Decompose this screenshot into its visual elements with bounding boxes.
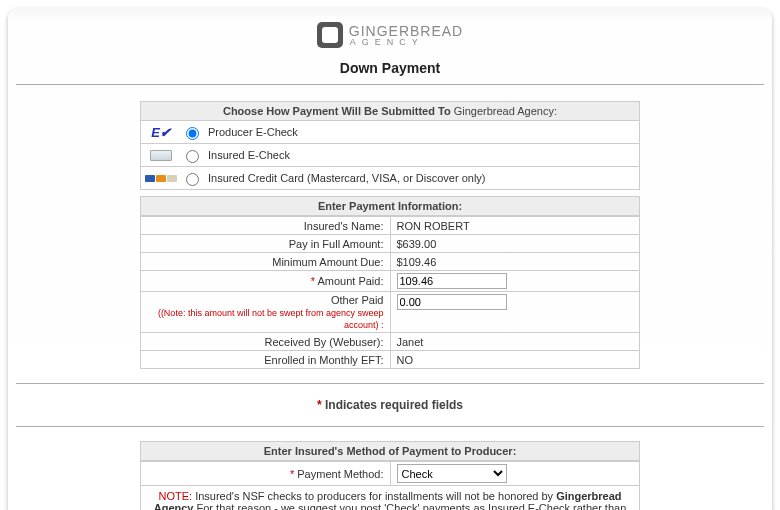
label-insured-cc[interactable]: Insured Credit Card (Mastercard, VISA, o…	[208, 172, 486, 184]
min-due-label: Minimum Amount Due:	[141, 253, 391, 271]
label-insured-echeck[interactable]: Insured E-Check	[208, 149, 290, 161]
amount-paid-label: * Amount Paid:	[141, 271, 391, 292]
option-producer-echeck[interactable]: E✔ Producer E-Check	[140, 121, 640, 144]
method-table: * Payment Method: Check	[140, 461, 640, 486]
pay-full-label: Pay in Full Amount:	[141, 235, 391, 253]
brand-subtitle: AGENCY	[350, 38, 463, 47]
divider	[16, 426, 764, 427]
page-title: Down Payment	[16, 56, 764, 85]
option-insured-cc[interactable]: Insured Credit Card (Mastercard, VISA, o…	[140, 167, 640, 190]
method-heading: Enter Insured's Method of Payment to Pro…	[140, 441, 640, 461]
brand-header: GINGERBREAD AGENCY	[16, 22, 764, 50]
payment-method-label: * Payment Method:	[141, 462, 391, 486]
insured-name-value: RON ROBERT	[390, 217, 640, 235]
min-due-value: $109.46	[390, 253, 640, 271]
check-image-icon	[150, 150, 172, 161]
payment-method-select[interactable]: Check	[397, 464, 507, 483]
received-by-label: Received By (Webuser):	[141, 333, 391, 351]
brand-name: GINGERBREAD	[349, 24, 463, 38]
received-by-value: Janet	[390, 333, 640, 351]
submit-method-heading: Choose How Payment Will Be Submitted To …	[140, 101, 640, 121]
divider	[16, 383, 764, 384]
brand-logo-icon	[317, 22, 343, 48]
pay-full-value: $639.00	[390, 235, 640, 253]
other-paid-label: Other Paid ((Note: this amount will not …	[141, 292, 391, 333]
payment-info-section: Enter Payment Information: Insured's Nam…	[140, 196, 640, 369]
echeck-accepted-icon: E✔	[151, 125, 171, 140]
payment-info-table: Insured's Name: RON ROBERT Pay in Full A…	[140, 216, 640, 369]
radio-producer-echeck[interactable]	[186, 127, 199, 140]
option-insured-echeck[interactable]: Insured E-Check	[140, 144, 640, 167]
note-nsf: NOTE: Insured's NSF checks to producers …	[140, 486, 640, 510]
credit-cards-icon	[145, 175, 177, 182]
payment-window: GINGERBREAD AGENCY Down Payment Choose H…	[8, 8, 772, 510]
radio-insured-echeck[interactable]	[186, 150, 199, 163]
method-section: Enter Insured's Method of Payment to Pro…	[140, 441, 640, 510]
submit-method-section: Choose How Payment Will Be Submitted To …	[140, 101, 640, 190]
enrolled-eft-label: Enrolled in Monthly EFT:	[141, 351, 391, 369]
insured-name-label: Insured's Name:	[141, 217, 391, 235]
payment-info-heading: Enter Payment Information:	[140, 196, 640, 216]
amount-paid-input[interactable]	[397, 273, 507, 289]
other-paid-input[interactable]	[397, 294, 507, 310]
required-legend: * Indicates required fields	[16, 398, 764, 412]
radio-insured-cc[interactable]	[186, 173, 199, 186]
enrolled-eft-value: NO	[390, 351, 640, 369]
label-producer-echeck[interactable]: Producer E-Check	[208, 126, 298, 138]
